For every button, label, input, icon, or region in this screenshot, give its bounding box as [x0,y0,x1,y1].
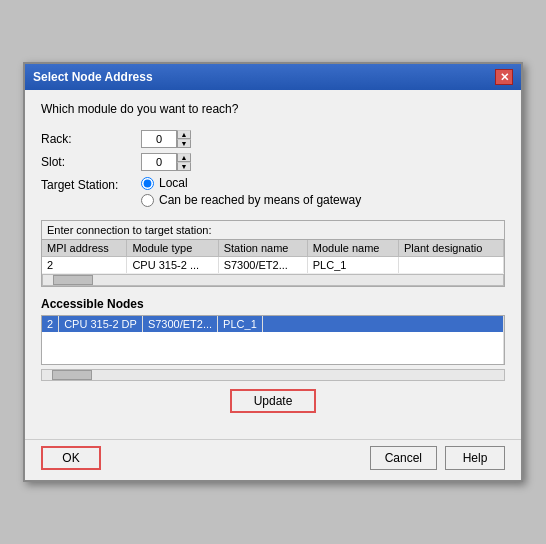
acc-col4: PLC_1 [218,316,263,332]
title-bar: Select Node Address ✕ [25,64,521,90]
connection-module-type: CPU 315-2 ... [127,257,218,274]
connection-plant [399,257,504,274]
radio-gateway-label: Can be reached by means of gateway [159,193,361,207]
empty-cell-2 [42,348,504,364]
accessible-row-1[interactable]: 2 CPU 315-2 DP S7300/ET2... PLC_1 [42,316,504,332]
col-mpi-header: MPI address [42,240,127,257]
right-buttons: Cancel Help [370,446,505,470]
connection-scrollbar-thumb [53,275,93,285]
accessible-nodes-scrollbar[interactable] [41,369,505,381]
connection-station-name: S7300/ET2... [218,257,307,274]
accessible-row-empty-1 [42,332,504,348]
connection-table-label: Enter connection to target station: [42,221,504,240]
empty-cell-1 [42,332,504,348]
accessible-row-empty-2 [42,348,504,364]
ok-button[interactable]: OK [41,446,101,470]
select-node-dialog: Select Node Address ✕ Which module do yo… [23,62,523,482]
acc-col5 [262,316,503,332]
col-station-name-header: Station name [218,240,307,257]
update-button[interactable]: Update [230,389,317,413]
col-module-type-header: Module type [127,240,218,257]
rack-up-button[interactable]: ▲ [177,130,191,139]
radio-local-label: Local [159,176,188,190]
radio-local[interactable] [141,177,154,190]
slot-spinner[interactable]: 0 ▲ ▼ [141,153,191,171]
target-station-section: Target Station: Local Can be reached by … [41,176,505,210]
connection-table-row[interactable]: 2 CPU 315-2 ... S7300/ET2... PLC_1 [42,257,504,274]
slot-label: Slot: [41,155,141,169]
slot-down-button[interactable]: ▼ [177,162,191,171]
rack-input[interactable]: 0 [141,130,177,148]
update-row: Update [41,389,505,413]
help-button[interactable]: Help [445,446,505,470]
target-station-options: Local Can be reached by means of gateway [141,176,361,210]
connection-mpi: 2 [42,257,127,274]
connection-table: MPI address Module type Station name Mod… [42,240,504,274]
acc-col3: S7300/ET2... [142,316,217,332]
slot-up-button[interactable]: ▲ [177,153,191,162]
target-station-label: Target Station: [41,176,141,192]
connection-module-name: PLC_1 [307,257,398,274]
acc-col1: 2 [42,316,59,332]
rack-field-row: Rack: 0 ▲ ▼ [41,130,505,148]
rack-down-button[interactable]: ▼ [177,139,191,148]
accessible-nodes-label: Accessible Nodes [41,297,505,311]
rack-spinner-buttons: ▲ ▼ [177,130,191,148]
dialog-title: Select Node Address [33,70,153,84]
accessible-scrollbar-thumb [52,370,92,380]
radio-gateway-row: Can be reached by means of gateway [141,193,361,207]
slot-spinner-buttons: ▲ ▼ [177,153,191,171]
slot-input[interactable]: 0 [141,153,177,171]
bottom-buttons: OK Cancel Help [25,439,521,480]
connection-table-header: MPI address Module type Station name Mod… [42,240,504,257]
connection-table-section: Enter connection to target station: MPI … [41,220,505,287]
rack-label: Rack: [41,132,141,146]
col-module-name-header: Module name [307,240,398,257]
accessible-nodes-table: 2 CPU 315-2 DP S7300/ET2... PLC_1 [42,316,504,364]
rack-spinner[interactable]: 0 ▲ ▼ [141,130,191,148]
question-label: Which module do you want to reach? [41,102,505,116]
connection-table-scrollbar[interactable] [42,274,504,286]
connection-table-wrapper: MPI address Module type Station name Mod… [42,240,504,274]
slot-field-row: Slot: 0 ▲ ▼ [41,153,505,171]
dialog-body: Which module do you want to reach? Rack:… [25,90,521,435]
acc-col2: CPU 315-2 DP [59,316,143,332]
col-plant-header: Plant designatio [399,240,504,257]
radio-local-row: Local [141,176,361,190]
cancel-button[interactable]: Cancel [370,446,437,470]
close-button[interactable]: ✕ [495,69,513,85]
accessible-nodes-table-wrapper: 2 CPU 315-2 DP S7300/ET2... PLC_1 [41,315,505,365]
radio-gateway[interactable] [141,194,154,207]
